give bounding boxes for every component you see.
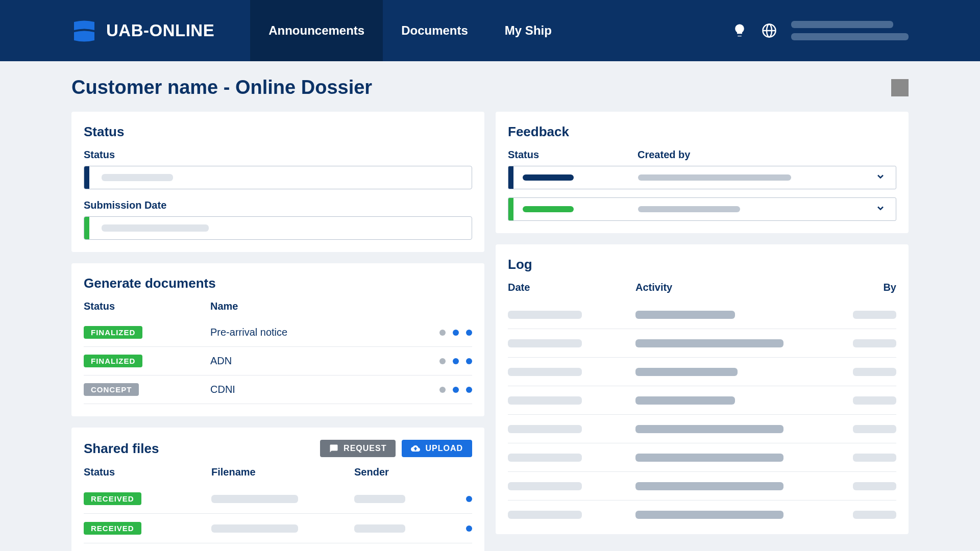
action-dot-icon[interactable] <box>466 496 472 502</box>
request-button-label: REQUEST <box>344 444 386 453</box>
log-row <box>508 472 896 500</box>
shared-file-row: RECEIVED <box>84 514 472 543</box>
row-actions <box>439 358 472 364</box>
action-dot-icon[interactable] <box>466 525 472 532</box>
filename-placeholder <box>211 524 298 533</box>
status-field[interactable] <box>84 216 472 240</box>
gen-header-status: Status <box>84 300 210 312</box>
feedback-title: Feedback <box>508 124 896 140</box>
action-dot-icon[interactable] <box>466 358 472 364</box>
log-date-placeholder <box>508 339 582 347</box>
log-header-activity: Activity <box>635 282 830 293</box>
status-field-label: Status <box>84 149 472 161</box>
log-activity-placeholder <box>635 425 783 433</box>
shared-files-card: Shared files REQUEST UPLOAD Status <box>71 428 484 551</box>
shared-files-title: Shared files <box>84 441 159 457</box>
brand-icon <box>71 18 97 43</box>
feedback-header-status: Status <box>508 149 638 161</box>
action-dot-icon[interactable] <box>453 358 459 364</box>
log-activity-placeholder <box>635 339 783 347</box>
generate-documents-title: Generate documents <box>84 276 472 291</box>
status-field[interactable] <box>84 166 472 189</box>
log-row <box>508 500 896 529</box>
nav-item-announcements[interactable]: Announcements <box>250 0 383 61</box>
filename-placeholder <box>211 495 298 503</box>
page-body: Customer name - Online Dossier Status St… <box>0 61 980 551</box>
row-actions <box>439 330 472 336</box>
page-action-button[interactable] <box>891 79 909 96</box>
action-dot-icon[interactable] <box>453 330 459 336</box>
feedback-card: Feedback Status Created by <box>496 112 909 233</box>
status-badge: FINALIZED <box>84 355 142 367</box>
sender-placeholder <box>354 495 405 503</box>
document-name: CDNI <box>210 384 439 395</box>
shared-header-filename: Filename <box>211 466 354 478</box>
log-by-placeholder <box>853 396 896 405</box>
log-row <box>508 415 896 443</box>
status-badge: FINALIZED <box>84 326 142 339</box>
log-date-placeholder <box>508 454 582 462</box>
globe-icon[interactable] <box>762 23 777 38</box>
chat-icon <box>329 444 338 453</box>
row-stripe <box>508 166 513 189</box>
log-by-placeholder <box>853 511 896 519</box>
chevron-down-icon[interactable] <box>875 171 886 184</box>
feedback-row[interactable] <box>508 197 896 221</box>
action-dot-icon[interactable] <box>453 387 459 393</box>
log-activity-placeholder <box>635 396 735 405</box>
generate-document-row: FINALIZEDPre-arrival notice <box>84 318 472 347</box>
action-dot-icon[interactable] <box>466 387 472 393</box>
brand[interactable]: UAB-ONLINE <box>71 18 214 43</box>
log-activity-placeholder <box>635 368 738 376</box>
feedback-row[interactable] <box>508 166 896 189</box>
log-activity-placeholder <box>635 482 783 490</box>
nav-item-my-ship[interactable]: My Ship <box>486 0 570 61</box>
status-field-label: Submission Date <box>84 199 472 211</box>
field-value-placeholder <box>102 174 173 181</box>
status-badge: RECEIVED <box>84 522 141 535</box>
log-date-placeholder <box>508 311 582 319</box>
row-stripe <box>508 198 513 220</box>
log-card: Log Date Activity By <box>496 244 909 534</box>
log-row <box>508 358 896 386</box>
action-dot-icon[interactable] <box>439 330 446 336</box>
action-dot-icon[interactable] <box>439 387 446 393</box>
app-header: UAB-ONLINE AnnouncementsDocumentsMy Ship <box>0 0 980 61</box>
upload-button[interactable]: UPLOAD <box>402 440 472 457</box>
user-chip[interactable] <box>791 21 909 40</box>
header-right <box>732 21 909 40</box>
log-date-placeholder <box>508 511 582 519</box>
generate-documents-card: Generate documents Status Name FINALIZED… <box>71 263 484 416</box>
log-by-placeholder <box>853 368 896 376</box>
chevron-down-icon[interactable] <box>875 203 886 215</box>
row-actions <box>439 387 472 393</box>
generate-document-row: CONCEPTCDNI <box>84 375 472 404</box>
log-header-date: Date <box>508 282 635 293</box>
feedback-status-placeholder <box>523 174 574 181</box>
log-activity-placeholder <box>635 511 783 519</box>
status-card: Status StatusSubmission Date <box>71 112 484 252</box>
shared-header-status: Status <box>84 466 211 478</box>
lightbulb-icon[interactable] <box>732 23 747 38</box>
feedback-status-placeholder <box>523 206 574 212</box>
page-header: Customer name - Online Dossier <box>71 77 909 98</box>
field-value-placeholder <box>102 224 209 232</box>
status-badge: CONCEPT <box>84 383 139 396</box>
log-header-by: By <box>830 282 896 293</box>
log-row <box>508 443 896 472</box>
nav-item-documents[interactable]: Documents <box>383 0 486 61</box>
feedback-created-by-placeholder <box>638 206 740 212</box>
log-activity-placeholder <box>635 311 735 319</box>
request-button[interactable]: REQUEST <box>320 440 396 457</box>
feedback-header-created-by: Created by <box>638 149 896 161</box>
shared-header-sender: Sender <box>354 466 472 478</box>
log-row <box>508 300 896 329</box>
sender-placeholder <box>354 524 405 533</box>
brand-text: UAB-ONLINE <box>106 21 214 40</box>
action-dot-icon[interactable] <box>466 330 472 336</box>
log-title: Log <box>508 257 896 272</box>
log-date-placeholder <box>508 425 582 433</box>
status-card-title: Status <box>84 124 472 140</box>
status-badge: RECEIVED <box>84 492 141 505</box>
action-dot-icon[interactable] <box>439 358 446 364</box>
